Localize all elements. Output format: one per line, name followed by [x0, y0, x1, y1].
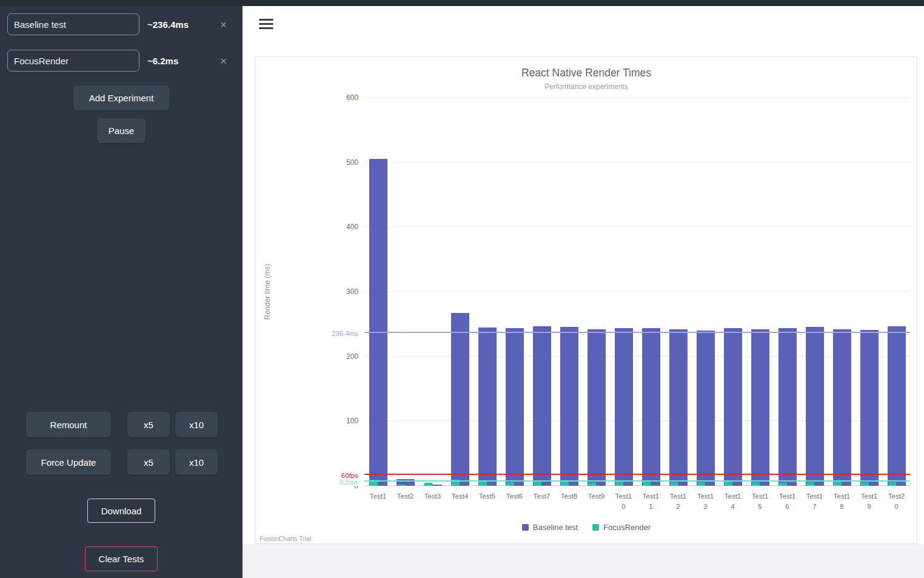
- bar-baseline-test19[interactable]: [860, 330, 879, 486]
- bar-group-test13: [692, 98, 719, 486]
- bar-focusrender-test13[interactable]: [697, 482, 705, 486]
- clear-tests-button[interactable]: Clear Tests: [85, 546, 158, 571]
- plot-area: 0100200300400500600236.4ms60fps6.2msTest…: [364, 98, 910, 486]
- bar-focusrender-test19[interactable]: [861, 482, 869, 486]
- bar-group-test19: [855, 98, 883, 486]
- bar-focusrender-test16[interactable]: [779, 483, 787, 486]
- bar-focusrender-test17[interactable]: [806, 482, 814, 486]
- bar-baseline-test13[interactable]: [697, 331, 715, 486]
- chart-card: React Native Render Times Performance ex…: [255, 56, 917, 544]
- main-panel: React Native Render Times Performance ex…: [243, 6, 924, 578]
- bar-focusrender-test14[interactable]: [725, 482, 732, 486]
- y-tick-label: 400: [325, 223, 358, 231]
- legend-label: Baseline test: [533, 523, 578, 532]
- x-tick-label: Test8: [555, 491, 583, 511]
- trendline-60fps: [364, 474, 910, 475]
- bar-focusrender-test2[interactable]: [397, 485, 405, 486]
- watermark: FusionCharts Trial: [259, 535, 311, 542]
- bar-focusrender-test3[interactable]: [424, 483, 432, 486]
- y-tick-label: 500: [325, 158, 358, 167]
- bar-group-test1: [364, 98, 392, 486]
- remount-x5-button[interactable]: x5: [127, 412, 170, 437]
- remove-experiment-icon[interactable]: ×: [216, 18, 230, 32]
- experiment-name-input-baseline[interactable]: [7, 13, 139, 35]
- bar-baseline-test18[interactable]: [833, 329, 851, 486]
- bar-focusrender-test10[interactable]: [615, 482, 623, 486]
- bar-baseline-test17[interactable]: [806, 327, 824, 486]
- bar-focusrender-test20[interactable]: [888, 482, 896, 486]
- legend-item-baseline-test[interactable]: Baseline test: [522, 523, 578, 532]
- sidebar: ~236.4ms × ~6.2ms × Add Experiment Pause…: [0, 6, 243, 578]
- x-tick-label: Test1 0: [610, 491, 637, 511]
- bar-group-test15: [746, 98, 774, 486]
- remount-button[interactable]: Remount: [26, 412, 111, 437]
- bar-baseline-test6[interactable]: [506, 328, 524, 486]
- trendline-label-2364ms: 236.4ms: [325, 330, 358, 337]
- menu-hamburger-icon[interactable]: [259, 19, 273, 29]
- bar-baseline-test11[interactable]: [642, 328, 660, 486]
- bar-focusrender-test12[interactable]: [670, 482, 678, 486]
- x-tick-label: Test6: [501, 491, 528, 511]
- bar-focusrender-test11[interactable]: [643, 482, 651, 486]
- bar-group-test5: [474, 98, 501, 486]
- legend-swatch-icon: [592, 524, 599, 531]
- pause-button[interactable]: Pause: [97, 118, 146, 143]
- bar-baseline-test8[interactable]: [560, 327, 578, 486]
- chart-title: React Native Render Times: [256, 67, 917, 79]
- force-update-row: Force Update x5 x10: [26, 449, 218, 475]
- experiment-avg-baseline: ~236.4ms: [147, 19, 189, 30]
- x-tick-label: Test3: [419, 491, 446, 511]
- bar-baseline-test1[interactable]: [369, 159, 387, 486]
- bar-group-test18: [828, 98, 855, 486]
- bar-baseline-test7[interactable]: [533, 326, 551, 486]
- app-layout: ~236.4ms × ~6.2ms × Add Experiment Pause…: [0, 6, 924, 578]
- bar-baseline-test16[interactable]: [778, 328, 797, 486]
- bar-group-test8: [555, 98, 583, 486]
- bar-baseline-test15[interactable]: [751, 329, 769, 486]
- experiment-avg-focusrender: ~6.2ms: [147, 56, 178, 66]
- bars-layer: [364, 98, 910, 486]
- bar-focusrender-test18[interactable]: [834, 482, 842, 486]
- x-tick-label: Test1 8: [828, 491, 855, 511]
- bar-group-test3: [419, 98, 446, 486]
- bar-baseline-test20[interactable]: [888, 326, 906, 486]
- legend-item-focusrender[interactable]: FocusRender: [592, 523, 651, 532]
- bar-baseline-test4[interactable]: [451, 313, 469, 486]
- download-button[interactable]: Download: [87, 499, 155, 523]
- remount-x10-button[interactable]: x10: [175, 412, 218, 437]
- bar-baseline-test9[interactable]: [588, 329, 606, 486]
- x-tick-label: Test1: [364, 491, 392, 511]
- bar-focusrender-test5[interactable]: [479, 482, 487, 486]
- bar-focusrender-test15[interactable]: [752, 482, 760, 486]
- x-tick-label: Test1 4: [719, 491, 746, 511]
- remove-experiment-icon[interactable]: ×: [216, 54, 230, 68]
- x-tick-label: Test2 0: [883, 491, 910, 511]
- x-tick-label: Test1 5: [746, 491, 774, 511]
- force-update-button[interactable]: Force Update: [26, 449, 111, 475]
- bar-group-test20: [883, 98, 910, 486]
- x-tick-label: Test1 2: [665, 491, 692, 511]
- bar-baseline-test14[interactable]: [724, 328, 742, 486]
- bar-focusrender-test6[interactable]: [506, 482, 514, 486]
- experiment-row-baseline: ~236.4ms ×: [7, 13, 230, 35]
- experiment-name-input-focusrender[interactable]: [7, 50, 139, 72]
- y-axis-label: Render time (ms): [263, 255, 272, 328]
- bar-group-test11: [637, 98, 665, 486]
- bar-group-test7: [528, 98, 555, 486]
- bar-group-test16: [774, 98, 801, 486]
- bar-baseline-test10[interactable]: [615, 328, 633, 486]
- bar-focusrender-test9[interactable]: [588, 482, 596, 486]
- force-update-x10-button[interactable]: x10: [175, 449, 218, 475]
- y-tick-label: 300: [325, 287, 358, 296]
- x-tick-label: Test9: [583, 491, 610, 511]
- bar-baseline-test5[interactable]: [478, 328, 497, 486]
- bar-focusrender-test7[interactable]: [534, 482, 541, 486]
- bar-focusrender-test8[interactable]: [561, 482, 569, 486]
- bar-baseline-test12[interactable]: [669, 329, 688, 486]
- y-tick-label: 200: [325, 352, 358, 361]
- action-cluster: Remount x5 x10 Force Update x5 x10 Downl…: [0, 412, 243, 571]
- bar-group-test9: [583, 98, 610, 486]
- force-update-x5-button[interactable]: x5: [127, 449, 170, 475]
- add-experiment-button[interactable]: Add Experiment: [73, 86, 169, 110]
- x-axis-labels: Test1Test2Test3Test4Test5Test6Test7Test8…: [364, 491, 910, 511]
